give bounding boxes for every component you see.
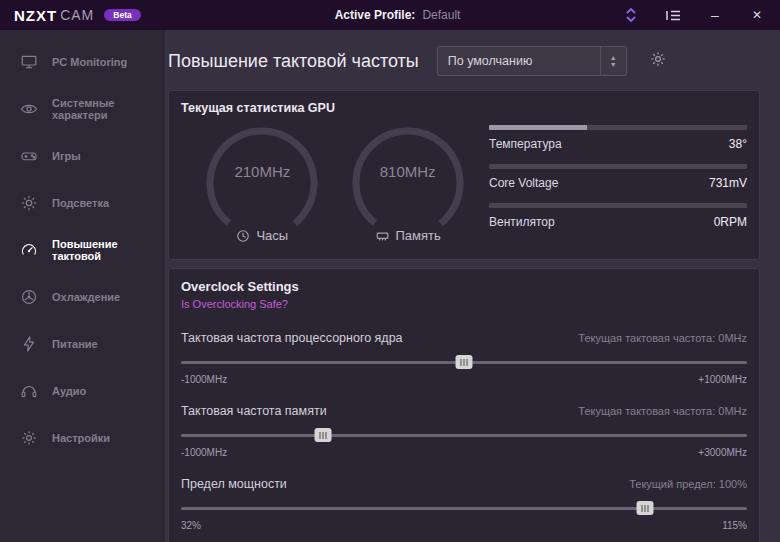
fan-value: 0RPM — [714, 215, 747, 229]
sidebar-item-label: Аудио — [52, 385, 86, 397]
temperature-label: Температура — [489, 137, 562, 151]
sidebar-item-label: Охлаждение — [52, 291, 120, 303]
memory-clock-label: Тактовая частота памяти — [181, 404, 327, 418]
sidebar-item-label: Игры — [52, 150, 81, 162]
titlebar: NZXT CAM Beta Active Profile: Default — [0, 0, 780, 30]
beta-badge: Beta — [104, 9, 140, 21]
profile-dropdown-value: По умолчанию — [448, 54, 533, 68]
temperature-bar — [489, 125, 747, 130]
sidebar-item-lighting[interactable]: Подсветка — [0, 179, 165, 226]
core-clock-slider[interactable] — [181, 355, 747, 369]
overclock-title: Overclock Settings — [181, 279, 747, 294]
core-clock-min: -1000MHz — [181, 374, 227, 385]
memory-icon — [375, 229, 390, 243]
active-profile: Active Profile: Default — [335, 0, 461, 30]
overclock-panel: Overclock Settings Is Overclocking Safe?… — [168, 268, 760, 542]
overclock-safety-link[interactable]: Is Overclocking Safe? — [181, 298, 288, 310]
sidebar-item-label: Настройки — [52, 432, 110, 444]
monitor-icon — [20, 53, 38, 71]
sidebar-item-label: Системные характери — [52, 97, 165, 121]
memory-clock-current: Текущая тактовая частота: 0MHz — [578, 405, 747, 417]
temperature-value: 38° — [729, 137, 747, 151]
fan-bar — [489, 203, 747, 208]
memory-clock-slider-handle[interactable] — [314, 428, 331, 442]
sidebar-item-power[interactable]: Питание — [0, 320, 165, 367]
lighting-icon — [20, 194, 38, 212]
sidebar-item-pc-monitoring[interactable]: PC Monitoring — [0, 38, 165, 85]
fan-icon — [20, 288, 38, 306]
page-title: Повышение тактовой частоты — [168, 51, 419, 72]
power-limit-slider-handle[interactable] — [637, 501, 654, 515]
core-voltage-bar — [489, 164, 747, 169]
core-voltage-label: Core Voltage — [489, 176, 558, 190]
core-clock-slider-handle[interactable] — [456, 355, 473, 369]
gauge-icon — [20, 241, 38, 259]
app-window: NZXT CAM Beta Active Profile: Default — [0, 0, 780, 542]
power-icon — [20, 335, 38, 353]
fan-label: Вентилятор — [489, 215, 555, 229]
brand-cam: CAM — [60, 7, 94, 23]
gpu-stats-panel: Текущая статистика GPU 210MHz — [168, 90, 760, 260]
profile-dropdown[interactable]: По умолчанию ▲▼ — [437, 46, 627, 76]
gpu-memory-gauge: 810MHz Память — [344, 119, 472, 247]
page-header: Повышение тактовой частоты По умолчанию … — [168, 46, 780, 76]
slider-power-limit: Предел мощности Текущий предел: 100% 32%… — [181, 477, 747, 531]
sidebar-item-games[interactable]: Игры — [0, 132, 165, 179]
sidebar-item-label: Питание — [52, 338, 98, 350]
memory-clock-slider[interactable] — [181, 428, 747, 442]
sidebar-item-settings[interactable]: Настройки — [0, 414, 165, 461]
power-limit-label: Предел мощности — [181, 477, 287, 491]
sidebar-item-cooling[interactable]: Охлаждение — [0, 273, 165, 320]
gpu-clock-label: Часы — [198, 228, 326, 243]
profile-switch-chevrons-icon[interactable] — [622, 6, 640, 24]
slider-core-clock: Тактовая частота процессорного ядра Теку… — [181, 331, 747, 385]
gpu-memory-value: 810MHz — [344, 163, 472, 180]
dropdown-arrows-icon: ▲▼ — [600, 47, 626, 75]
power-limit-current: Текущий предел: 100% — [629, 478, 747, 490]
gpu-memory-label: Память — [344, 228, 472, 243]
sidebar-item-label: Повышение тактовой — [52, 238, 165, 262]
clock-icon — [236, 229, 250, 243]
power-limit-max: 115% — [722, 520, 747, 531]
sidebar-item-label: PC Monitoring — [52, 56, 127, 68]
slider-memory-clock: Тактовая частота памяти Текущая тактовая… — [181, 404, 747, 458]
stat-core-voltage: Core Voltage 731mV — [489, 164, 747, 190]
core-clock-current: Текущая тактовая частота: 0MHz — [578, 332, 747, 344]
sidebar: PC Monitoring Системные характери — [0, 30, 165, 542]
gpu-clock-gauge: 210MHz Часы — [198, 119, 326, 247]
gpu-stats-title: Текущая статистика GPU — [181, 101, 747, 115]
gear-icon — [20, 429, 38, 447]
sidebar-item-audio[interactable]: Аудио — [0, 367, 165, 414]
sidebar-item-specs[interactable]: Системные характери — [0, 85, 165, 132]
headphones-icon — [20, 382, 38, 400]
gpu-gauges: 210MHz Часы 8 — [181, 117, 489, 249]
sidebar-item-label: Подсветка — [52, 197, 109, 209]
brand-nzxt: NZXT — [14, 7, 57, 24]
gpu-clock-value: 210MHz — [198, 163, 326, 180]
gpu-stat-list: Температура 38° Core Voltage 731mV — [489, 117, 747, 249]
core-voltage-value: 731mV — [709, 176, 747, 190]
close-button[interactable]: ✕ — [748, 6, 766, 24]
eye-icon — [20, 100, 38, 118]
minimize-button[interactable]: – — [706, 6, 724, 24]
power-limit-slider[interactable] — [181, 501, 747, 515]
stat-fan: Вентилятор 0RPM — [489, 203, 747, 229]
sidebar-item-overclocking[interactable]: Повышение тактовой — [0, 226, 165, 273]
gamepad-icon — [20, 147, 38, 165]
titlebar-controls: – ✕ — [622, 6, 766, 24]
active-profile-label: Active Profile: — [335, 8, 416, 22]
main-content: Повышение тактовой частоты По умолчанию … — [165, 30, 780, 542]
memory-clock-min: -1000MHz — [181, 447, 227, 458]
menu-icon[interactable] — [664, 6, 682, 24]
overclock-settings-gear-icon[interactable] — [649, 50, 667, 72]
power-limit-min: 32% — [181, 520, 201, 531]
active-profile-value: Default — [422, 8, 460, 22]
core-clock-label: Тактовая частота процессорного ядра — [181, 331, 403, 345]
stat-temperature: Температура 38° — [489, 125, 747, 151]
core-clock-max: +1000MHz — [698, 374, 747, 385]
memory-clock-max: +3000MHz — [698, 447, 747, 458]
